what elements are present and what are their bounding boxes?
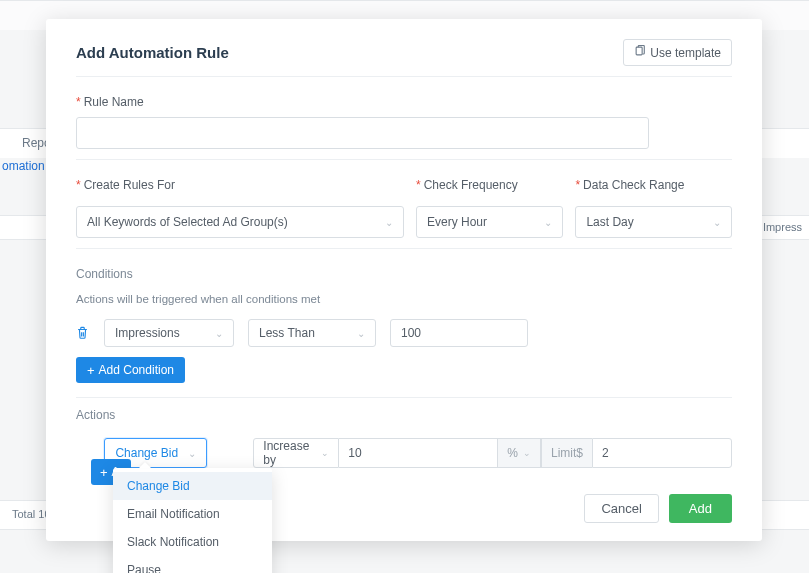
- unit-select[interactable]: %⌄: [497, 438, 541, 468]
- bg-total-label: Total 10: [12, 508, 51, 520]
- action-type-dropdown: Change Bid Email Notification Slack Noti…: [113, 468, 272, 573]
- conditions-section-label: Conditions: [76, 267, 732, 281]
- dropdown-arrow: [139, 462, 151, 468]
- copy-icon: [634, 45, 646, 60]
- action-row: Change Bid⌄ Increase by⌄ 10 %⌄ Limit$ 2: [76, 438, 732, 468]
- chevron-down-icon: ⌄: [321, 448, 329, 458]
- modal-title: Add Automation Rule: [76, 44, 229, 61]
- dropdown-item-pause[interactable]: Pause: [113, 556, 272, 573]
- condition-operator-select[interactable]: Less Than⌄: [248, 319, 376, 347]
- dropdown-item-slack[interactable]: Slack Notification: [113, 528, 272, 556]
- chevron-down-icon: ⌄: [188, 448, 196, 459]
- increase-by-select[interactable]: Increase by⌄: [253, 438, 339, 468]
- dropdown-item-change-bid[interactable]: Change Bid: [113, 472, 272, 500]
- dropdown-item-email[interactable]: Email Notification: [113, 500, 272, 528]
- condition-row: Impressions⌄ Less Than⌄: [76, 319, 732, 347]
- increase-value-input[interactable]: 10: [339, 438, 497, 468]
- svg-rect-0: [636, 47, 642, 55]
- data-check-range-select[interactable]: Last Day⌄: [575, 206, 732, 238]
- add-condition-button[interactable]: + Add Condition: [76, 357, 185, 383]
- chevron-down-icon: ⌄: [357, 328, 365, 339]
- data-check-range-label: *Data Check Range: [575, 178, 732, 192]
- check-frequency-label: *Check Frequency: [416, 178, 563, 192]
- create-rules-for-select[interactable]: All Keywords of Selected Ad Group(s)⌄: [76, 206, 404, 238]
- bg-impressions-label: Impress: [763, 221, 802, 233]
- chevron-down-icon: ⌄: [523, 448, 531, 458]
- modal-dialog: Add Automation Rule Use template *Rule N…: [46, 19, 762, 541]
- cancel-button[interactable]: Cancel: [584, 494, 658, 523]
- check-frequency-select[interactable]: Every Hour⌄: [416, 206, 563, 238]
- action-config-group: Increase by⌄ 10 %⌄ Limit$ 2: [253, 438, 732, 468]
- rule-name-label: *Rule Name: [76, 95, 732, 109]
- chevron-down-icon: ⌄: [215, 328, 223, 339]
- rule-name-input[interactable]: [76, 117, 649, 149]
- chevron-down-icon: ⌄: [713, 217, 721, 228]
- limit-label: Limit$: [541, 438, 592, 468]
- condition-value-input[interactable]: [390, 319, 528, 347]
- use-template-label: Use template: [650, 46, 721, 60]
- limit-value-input[interactable]: 2: [592, 438, 732, 468]
- conditions-hint: Actions will be triggered when all condi…: [76, 293, 732, 305]
- create-rules-for-label: *Create Rules For: [76, 178, 404, 192]
- condition-metric-select[interactable]: Impressions⌄: [104, 319, 234, 347]
- trash-icon[interactable]: [76, 326, 90, 340]
- plus-icon: +: [100, 466, 108, 479]
- use-template-button[interactable]: Use template: [623, 39, 732, 66]
- chevron-down-icon: ⌄: [385, 217, 393, 228]
- plus-icon: +: [87, 364, 95, 377]
- actions-section-label: Actions: [76, 408, 732, 422]
- chevron-down-icon: ⌄: [544, 217, 552, 228]
- add-button[interactable]: Add: [669, 494, 732, 523]
